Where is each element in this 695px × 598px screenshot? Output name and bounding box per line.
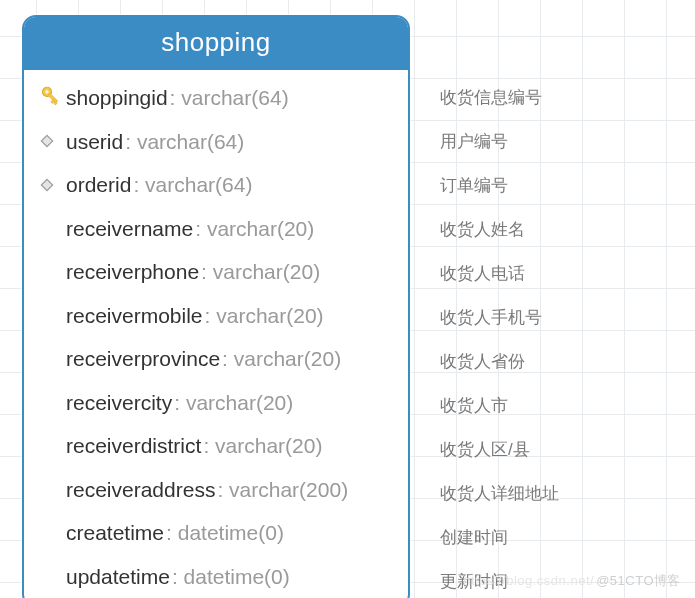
field-label: 用户编号 bbox=[434, 119, 559, 163]
entity-table-shopping: shopping shoppingid: varchar(64)userid: … bbox=[22, 15, 410, 598]
field-icon-slot bbox=[32, 349, 62, 369]
field-row: receiverdistrict: varchar(20) bbox=[24, 424, 408, 468]
field-row: receiveraddress: varchar(200) bbox=[24, 468, 408, 512]
field-type: : varchar(20) bbox=[205, 300, 324, 332]
diagram-container: shopping shoppingid: varchar(64)userid: … bbox=[0, 0, 695, 598]
field-icon-slot bbox=[32, 566, 62, 586]
field-type: : varchar(200) bbox=[217, 474, 348, 506]
field-row: updatetime: datetime(0) bbox=[24, 555, 408, 599]
field-label: 订单编号 bbox=[434, 163, 559, 207]
field-name: receiverphone bbox=[66, 256, 199, 288]
no-icon bbox=[33, 262, 61, 282]
field-row: receivername: varchar(20) bbox=[24, 207, 408, 251]
key-icon bbox=[34, 85, 60, 111]
field-row: receivermobile: varchar(20) bbox=[24, 294, 408, 338]
field-label: 创建时间 bbox=[434, 515, 559, 559]
field-icon-slot bbox=[32, 131, 62, 151]
field-icon-slot bbox=[32, 436, 62, 456]
no-icon bbox=[33, 436, 61, 456]
field-type: : varchar(20) bbox=[222, 343, 341, 375]
entity-fields-list: shoppingid: varchar(64)userid: varchar(6… bbox=[24, 70, 408, 598]
field-label: 收货人详细地址 bbox=[434, 471, 559, 515]
field-icon-slot bbox=[32, 392, 62, 412]
field-name: receivermobile bbox=[66, 300, 203, 332]
field-name: updatetime bbox=[66, 561, 170, 593]
watermark-url: https://blog.csdn.net/ bbox=[463, 573, 594, 588]
field-type: : varchar(20) bbox=[203, 430, 322, 462]
field-row: shoppingid: varchar(64) bbox=[24, 76, 408, 120]
field-label: 收货信息编号 bbox=[434, 75, 559, 119]
field-name: createtime bbox=[66, 517, 164, 549]
field-label: 收货人手机号 bbox=[434, 295, 559, 339]
field-icon-slot bbox=[32, 85, 62, 111]
field-icon-slot bbox=[32, 175, 62, 195]
field-name: orderid bbox=[66, 169, 131, 201]
field-type: : datetime(0) bbox=[166, 517, 284, 549]
watermark-handle: @51CTO博客 bbox=[596, 573, 681, 588]
field-label: 收货人姓名 bbox=[434, 207, 559, 251]
field-row: receivercity: varchar(20) bbox=[24, 381, 408, 425]
no-icon bbox=[33, 349, 61, 369]
field-type: : varchar(64) bbox=[125, 126, 244, 158]
svg-rect-5 bbox=[41, 136, 52, 147]
no-icon bbox=[33, 566, 61, 586]
field-type: : varchar(64) bbox=[170, 82, 289, 114]
field-name: receiverdistrict bbox=[66, 430, 201, 462]
field-name: shoppingid bbox=[66, 82, 168, 114]
field-label: 收货人市 bbox=[434, 383, 559, 427]
field-label: 收货人省份 bbox=[434, 339, 559, 383]
entity-title: shopping bbox=[24, 17, 408, 70]
no-icon bbox=[33, 479, 61, 499]
field-name: receiveraddress bbox=[66, 474, 215, 506]
svg-rect-6 bbox=[41, 179, 52, 190]
diamond-icon bbox=[37, 175, 57, 195]
no-icon bbox=[33, 392, 61, 412]
field-type: : varchar(20) bbox=[174, 387, 293, 419]
field-name: receivername bbox=[66, 213, 193, 245]
field-name: userid bbox=[66, 126, 123, 158]
field-icon-slot bbox=[32, 305, 62, 325]
no-icon bbox=[33, 218, 61, 238]
field-name: receivercity bbox=[66, 387, 172, 419]
field-row: userid: varchar(64) bbox=[24, 120, 408, 164]
field-labels-column: 收货信息编号用户编号订单编号收货人姓名收货人电话收货人手机号收货人省份收货人市收… bbox=[434, 15, 559, 598]
field-icon-slot bbox=[32, 523, 62, 543]
field-name: receiverprovince bbox=[66, 343, 220, 375]
field-icon-slot bbox=[32, 262, 62, 282]
field-label: 收货人区/县 bbox=[434, 427, 559, 471]
field-row: createtime: datetime(0) bbox=[24, 511, 408, 555]
field-icon-slot bbox=[32, 218, 62, 238]
field-type: : varchar(20) bbox=[201, 256, 320, 288]
field-row: receiverphone: varchar(20) bbox=[24, 250, 408, 294]
diamond-icon bbox=[37, 131, 57, 151]
field-label: 收货人电话 bbox=[434, 251, 559, 295]
field-row: receiverprovince: varchar(20) bbox=[24, 337, 408, 381]
no-icon bbox=[33, 305, 61, 325]
field-row: orderid: varchar(64) bbox=[24, 163, 408, 207]
field-type: : varchar(64) bbox=[133, 169, 252, 201]
no-icon bbox=[33, 523, 61, 543]
field-type: : datetime(0) bbox=[172, 561, 290, 593]
watermark: https://blog.csdn.net/@51CTO博客 bbox=[463, 572, 681, 590]
field-icon-slot bbox=[32, 479, 62, 499]
field-type: : varchar(20) bbox=[195, 213, 314, 245]
